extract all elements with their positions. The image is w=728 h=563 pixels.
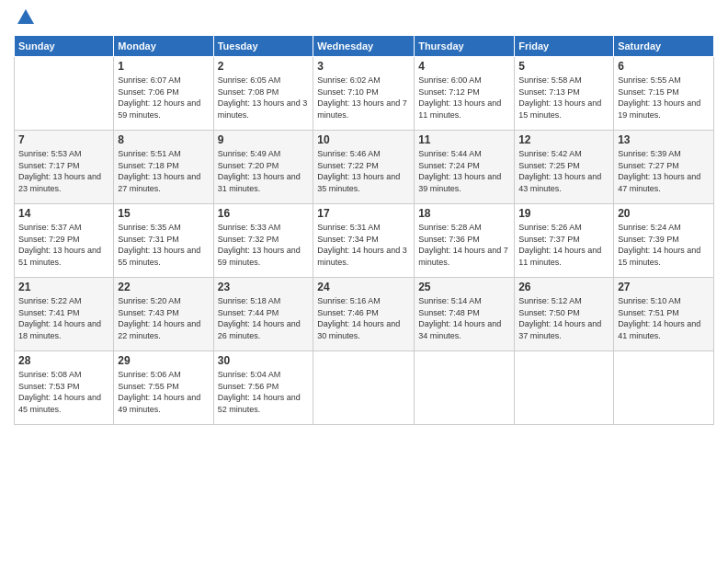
- day-number: 16: [218, 207, 310, 220]
- week-row-2: 14Sunrise: 5:37 AMSunset: 7:29 PMDayligh…: [15, 204, 714, 278]
- week-row-0: 1Sunrise: 6:07 AMSunset: 7:06 PMDaylight…: [15, 57, 714, 131]
- header-area: [14, 9, 714, 28]
- day-info: Sunrise: 5:51 AMSunset: 7:18 PMDaylight:…: [118, 148, 209, 194]
- week-row-1: 7Sunrise: 5:53 AMSunset: 7:17 PMDaylight…: [15, 131, 714, 204]
- day-info: Sunrise: 5:26 AMSunset: 7:37 PMDaylight:…: [518, 222, 609, 268]
- week-row-3: 21Sunrise: 5:22 AMSunset: 7:41 PMDayligh…: [15, 278, 714, 351]
- day-info: Sunrise: 5:28 AMSunset: 7:36 PMDaylight:…: [418, 222, 510, 268]
- day-number: 9: [218, 133, 310, 146]
- day-number: 8: [118, 133, 209, 146]
- day-info: Sunrise: 5:33 AMSunset: 7:32 PMDaylight:…: [218, 222, 310, 268]
- day-number: 15: [118, 207, 209, 220]
- day-number: 18: [418, 207, 510, 220]
- day-number: 26: [518, 281, 609, 293]
- calendar-cell: 20Sunrise: 5:24 AMSunset: 7:39 PMDayligh…: [614, 204, 714, 278]
- day-info: Sunrise: 5:44 AMSunset: 7:24 PMDaylight:…: [418, 148, 510, 194]
- day-number: 13: [618, 133, 710, 146]
- day-info: Sunrise: 5:20 AMSunset: 7:43 PMDaylight:…: [118, 295, 209, 341]
- calendar-cell: 15Sunrise: 5:35 AMSunset: 7:31 PMDayligh…: [114, 204, 213, 278]
- calendar-table: SundayMondayTuesdayWednesdayThursdayFrid…: [14, 35, 714, 425]
- day-info: Sunrise: 5:53 AMSunset: 7:17 PMDaylight:…: [18, 148, 109, 194]
- calendar-cell: 11Sunrise: 5:44 AMSunset: 7:24 PMDayligh…: [415, 131, 515, 204]
- day-info: Sunrise: 5:16 AMSunset: 7:46 PMDaylight:…: [317, 295, 410, 341]
- day-info: Sunrise: 5:22 AMSunset: 7:41 PMDaylight:…: [18, 295, 109, 341]
- calendar-cell: 24Sunrise: 5:16 AMSunset: 7:46 PMDayligh…: [313, 278, 415, 351]
- day-number: 21: [18, 281, 109, 293]
- day-number: 28: [18, 354, 109, 367]
- day-number: 27: [618, 281, 710, 293]
- calendar-cell: [614, 351, 714, 425]
- logo-icon: [16, 7, 36, 28]
- header-row: SundayMondayTuesdayWednesdayThursdayFrid…: [15, 36, 714, 57]
- col-header-thursday: Thursday: [415, 36, 515, 57]
- calendar-cell: 23Sunrise: 5:18 AMSunset: 7:44 PMDayligh…: [213, 278, 313, 351]
- calendar-cell: 8Sunrise: 5:51 AMSunset: 7:18 PMDaylight…: [114, 131, 213, 204]
- calendar-cell: 27Sunrise: 5:10 AMSunset: 7:51 PMDayligh…: [614, 278, 714, 351]
- logo: [14, 9, 36, 28]
- calendar-cell: 2Sunrise: 6:05 AMSunset: 7:08 PMDaylight…: [213, 57, 313, 131]
- calendar-cell: 12Sunrise: 5:42 AMSunset: 7:25 PMDayligh…: [515, 131, 614, 204]
- day-number: 19: [518, 207, 609, 220]
- calendar-cell: 18Sunrise: 5:28 AMSunset: 7:36 PMDayligh…: [415, 204, 515, 278]
- day-info: Sunrise: 5:46 AMSunset: 7:22 PMDaylight:…: [317, 148, 410, 194]
- day-number: 20: [618, 207, 710, 220]
- day-number: 24: [317, 281, 410, 293]
- calendar-cell: 19Sunrise: 5:26 AMSunset: 7:37 PMDayligh…: [515, 204, 614, 278]
- day-info: Sunrise: 5:58 AMSunset: 7:13 PMDaylight:…: [518, 75, 609, 121]
- day-info: Sunrise: 5:42 AMSunset: 7:25 PMDaylight:…: [518, 148, 609, 194]
- calendar-cell: 14Sunrise: 5:37 AMSunset: 7:29 PMDayligh…: [15, 204, 114, 278]
- week-row-4: 28Sunrise: 5:08 AMSunset: 7:53 PMDayligh…: [15, 351, 714, 425]
- day-number: 7: [18, 133, 109, 146]
- calendar-cell: 6Sunrise: 5:55 AMSunset: 7:15 PMDaylight…: [614, 57, 714, 131]
- day-info: Sunrise: 5:49 AMSunset: 7:20 PMDaylight:…: [218, 148, 310, 194]
- calendar-cell: 5Sunrise: 5:58 AMSunset: 7:13 PMDaylight…: [515, 57, 614, 131]
- calendar-cell: [415, 351, 515, 425]
- day-number: 23: [218, 281, 310, 293]
- day-info: Sunrise: 6:00 AMSunset: 7:12 PMDaylight:…: [418, 75, 510, 121]
- day-number: 6: [618, 60, 710, 73]
- day-info: Sunrise: 5:55 AMSunset: 7:15 PMDaylight:…: [618, 75, 710, 121]
- day-info: Sunrise: 5:37 AMSunset: 7:29 PMDaylight:…: [18, 222, 109, 268]
- calendar-cell: 22Sunrise: 5:20 AMSunset: 7:43 PMDayligh…: [114, 278, 213, 351]
- day-number: 22: [118, 281, 209, 293]
- calendar-cell: 1Sunrise: 6:07 AMSunset: 7:06 PMDaylight…: [114, 57, 213, 131]
- day-number: 1: [118, 60, 209, 73]
- day-info: Sunrise: 5:39 AMSunset: 7:27 PMDaylight:…: [618, 148, 710, 194]
- day-number: 5: [518, 60, 609, 73]
- day-number: 17: [317, 207, 410, 220]
- day-info: Sunrise: 5:31 AMSunset: 7:34 PMDaylight:…: [317, 222, 410, 268]
- calendar-cell: 4Sunrise: 6:00 AMSunset: 7:12 PMDaylight…: [415, 57, 515, 131]
- day-info: Sunrise: 5:08 AMSunset: 7:53 PMDaylight:…: [18, 369, 109, 415]
- day-info: Sunrise: 6:07 AMSunset: 7:06 PMDaylight:…: [118, 75, 209, 121]
- calendar-cell: 3Sunrise: 6:02 AMSunset: 7:10 PMDaylight…: [313, 57, 415, 131]
- calendar-cell: 28Sunrise: 5:08 AMSunset: 7:53 PMDayligh…: [15, 351, 114, 425]
- day-number: 30: [218, 354, 310, 367]
- day-info: Sunrise: 5:04 AMSunset: 7:56 PMDaylight:…: [218, 369, 310, 415]
- day-number: 25: [418, 281, 510, 293]
- col-header-saturday: Saturday: [614, 36, 714, 57]
- svg-marker-0: [17, 9, 34, 24]
- calendar-cell: [313, 351, 415, 425]
- day-info: Sunrise: 5:35 AMSunset: 7:31 PMDaylight:…: [118, 222, 209, 268]
- calendar-cell: 10Sunrise: 5:46 AMSunset: 7:22 PMDayligh…: [313, 131, 415, 204]
- calendar-cell: 26Sunrise: 5:12 AMSunset: 7:50 PMDayligh…: [515, 278, 614, 351]
- day-number: 11: [418, 133, 510, 146]
- day-number: 4: [418, 60, 510, 73]
- calendar-cell: 30Sunrise: 5:04 AMSunset: 7:56 PMDayligh…: [213, 351, 313, 425]
- calendar-cell: 17Sunrise: 5:31 AMSunset: 7:34 PMDayligh…: [313, 204, 415, 278]
- day-number: 10: [317, 133, 410, 146]
- calendar-cell: 21Sunrise: 5:22 AMSunset: 7:41 PMDayligh…: [15, 278, 114, 351]
- col-header-wednesday: Wednesday: [313, 36, 415, 57]
- calendar-cell: 7Sunrise: 5:53 AMSunset: 7:17 PMDaylight…: [15, 131, 114, 204]
- calendar-cell: 16Sunrise: 5:33 AMSunset: 7:32 PMDayligh…: [213, 204, 313, 278]
- main-container: SundayMondayTuesdayWednesdayThursdayFrid…: [0, 0, 728, 434]
- calendar-cell: 13Sunrise: 5:39 AMSunset: 7:27 PMDayligh…: [614, 131, 714, 204]
- col-header-tuesday: Tuesday: [213, 36, 313, 57]
- col-header-friday: Friday: [515, 36, 614, 57]
- col-header-monday: Monday: [114, 36, 213, 57]
- day-number: 2: [218, 60, 310, 73]
- calendar-cell: [15, 57, 114, 131]
- calendar-cell: [515, 351, 614, 425]
- day-info: Sunrise: 5:12 AMSunset: 7:50 PMDaylight:…: [518, 295, 609, 341]
- day-number: 29: [118, 354, 209, 367]
